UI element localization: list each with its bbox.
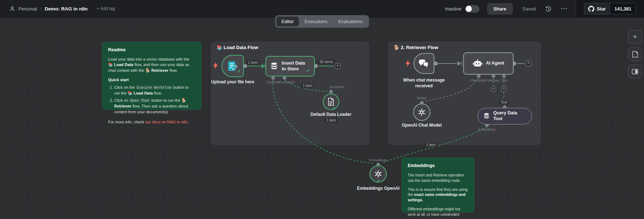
group-load-title: 📚 Load Data Flow — [216, 45, 258, 50]
user-icon — [9, 6, 15, 12]
port-tool-wire-chip: Tool — [499, 100, 509, 105]
n8n-workflow-editor: Personal / Demo: RAG in n8n + Add tag In… — [0, 0, 644, 219]
chat-trigger-label: When chat message received — [401, 78, 447, 89]
wire-items-chip: 1 item — [246, 60, 259, 65]
breadcrumb-project[interactable]: Personal — [18, 6, 37, 12]
readme-step-2: Click on Open Chat button to run the 🐕 R… — [114, 98, 195, 115]
step1-bold: Load Data — [134, 91, 153, 95]
openai-chat-model-label: OpenAI Chat Model — [393, 123, 451, 128]
node-default-data-loader[interactable] — [323, 93, 339, 110]
node-query-data-tool[interactable]: Query Data Tool — [478, 108, 532, 124]
embeddings-openai-label: Embeddings OpenAI — [348, 186, 409, 192]
openai-logo-icon — [374, 170, 383, 178]
readme-bold-retriever: Retriever — [151, 68, 169, 73]
readme-bold-load-data: Load Data — [114, 62, 133, 67]
success-check-icon: ✓ — [376, 178, 380, 184]
success-check-icon: ✓ — [237, 69, 241, 74]
readme-sticky-note[interactable]: Readme Load your data into a vector data… — [102, 42, 201, 110]
readme-step-1: Click on the Execute Workflow button to … — [114, 85, 195, 96]
split-panel-icon — [632, 69, 638, 74]
required-marker: * — [495, 128, 496, 131]
history-icon[interactable] — [545, 6, 551, 12]
openai-logo-icon — [417, 108, 426, 117]
step2-bold: Retriever — [114, 104, 131, 108]
robot-icon — [473, 59, 483, 68]
workflow-title[interactable]: Demo: RAG in n8n — [45, 6, 88, 12]
tab-editor[interactable]: Editor — [277, 17, 299, 26]
toggle-panel-button[interactable] — [628, 65, 642, 78]
add-tag-button[interactable]: + Add tag — [94, 6, 117, 12]
active-toggle[interactable] — [465, 5, 479, 13]
github-star-count[interactable]: 141,381 — [610, 3, 636, 14]
breadcrumb: Personal / Demo: RAG in n8n + Add tag — [0, 6, 117, 12]
embeddings-note-p1: The Insert and Retrieve operation use th… — [408, 172, 468, 183]
loader-label: Default Data Loader — [304, 112, 358, 118]
port-document-text: Document — [279, 80, 294, 84]
footer-text2: . — [188, 120, 189, 124]
port-label-loader-document: Document — [329, 85, 344, 89]
more-menu-icon[interactable]: ··· — [561, 5, 568, 12]
tab-evaluations[interactable]: Evaluations — [333, 17, 367, 26]
add-node-button[interactable]: + — [526, 61, 531, 66]
node-insert-data-to-store[interactable]: Insert Data to Store — [265, 56, 315, 76]
add-sticky-note-button[interactable] — [628, 47, 642, 61]
port-embedding-text: Embedding — [478, 128, 495, 131]
wire-items-chip: 95 items — [318, 60, 335, 64]
add-memory-button[interactable]: + — [491, 87, 496, 92]
success-check-icon: ✓ — [332, 106, 336, 111]
trigger-bolt-icon — [406, 60, 411, 67]
tab-executions[interactable]: Executions — [300, 17, 333, 26]
file-icon — [632, 51, 638, 58]
port-chat-model-text: Chat Model — [470, 79, 486, 82]
group-retriever-title: 🐕 2. Retriever Flow — [394, 45, 438, 50]
database-icon — [270, 62, 278, 71]
readme-quick-start-heading: Quick start — [108, 78, 129, 82]
share-button[interactable]: Share — [487, 3, 513, 14]
add-node-button[interactable]: + — [335, 63, 340, 69]
trigger-bolt-icon — [213, 62, 218, 69]
wire-items-chip: 1 item — [301, 83, 314, 88]
port-label-embedding-required: Embedding* — [478, 128, 496, 131]
agent-node-title: AI Agent — [486, 61, 504, 66]
port-label-memory: Memory — [488, 79, 500, 82]
embeddings-note-p3: Different embeddings might not work at a… — [408, 206, 468, 219]
step1-text3: flow. — [153, 91, 162, 95]
readme-footer: For more info, check our docs on RAG in … — [108, 119, 195, 125]
github-icon — [588, 6, 594, 12]
open-chat-code: Open Chat — [129, 98, 150, 102]
toggle-knob — [466, 6, 472, 12]
form-trigger-label: Upload your file here — [204, 79, 261, 85]
success-check-icon: ✓ — [306, 68, 310, 73]
readme-intro: Load your data into a vector database wi… — [108, 57, 195, 74]
document-icon — [328, 98, 334, 106]
node-ai-agent[interactable]: AI Agent — [463, 52, 514, 75]
footer-text: For more info, check — [108, 120, 145, 124]
node-openai-chat-model[interactable] — [413, 104, 430, 121]
port-label-model: Model — [417, 96, 426, 100]
embeddings-sticky-note[interactable]: Embeddings The Insert and Retrieve opera… — [402, 158, 474, 213]
docs-rag-link[interactable]: our docs on RAG in n8n — [145, 120, 187, 124]
add-node-panel-button[interactable]: + — [628, 30, 642, 44]
history-clock-icon — [545, 6, 551, 12]
workflow-canvas[interactable]: 📚 Load Data Flow 🐕 2. Retriever Flow Rea… — [0, 17, 644, 219]
node-chat-trigger[interactable] — [413, 53, 434, 74]
step1-text: Click on the — [114, 85, 136, 89]
github-star-button[interactable]: Star — [584, 3, 610, 14]
embeddings-note-title: Embeddings — [408, 163, 468, 169]
github-star-label: Star — [597, 6, 606, 12]
breadcrumb-separator: / — [40, 6, 41, 12]
port-label-chat-model: Chat Model* — [470, 79, 488, 82]
step2-text2: button to run the 🐕 — [150, 98, 186, 102]
view-tabs: Editor Executions Evaluations — [275, 15, 369, 28]
step2-text: Click on — [114, 98, 129, 102]
port-label-embeddings: Embeddings — [369, 158, 387, 162]
readme-intro-text3: flow. — [169, 68, 178, 73]
execute-workflow-code: Execute Workflow — [136, 86, 172, 89]
saved-status: Saved — [523, 6, 536, 12]
wire-items-chip: 1 item — [424, 143, 437, 147]
workflow-status-label: Inactive — [445, 6, 461, 12]
p2-bold: exact same embeddings and settings — [408, 192, 466, 202]
readme-steps: Click on the Execute Workflow button to … — [108, 85, 195, 115]
wire-items-chip: 1 item — [324, 118, 337, 123]
add-tool-button[interactable]: + — [501, 87, 506, 92]
